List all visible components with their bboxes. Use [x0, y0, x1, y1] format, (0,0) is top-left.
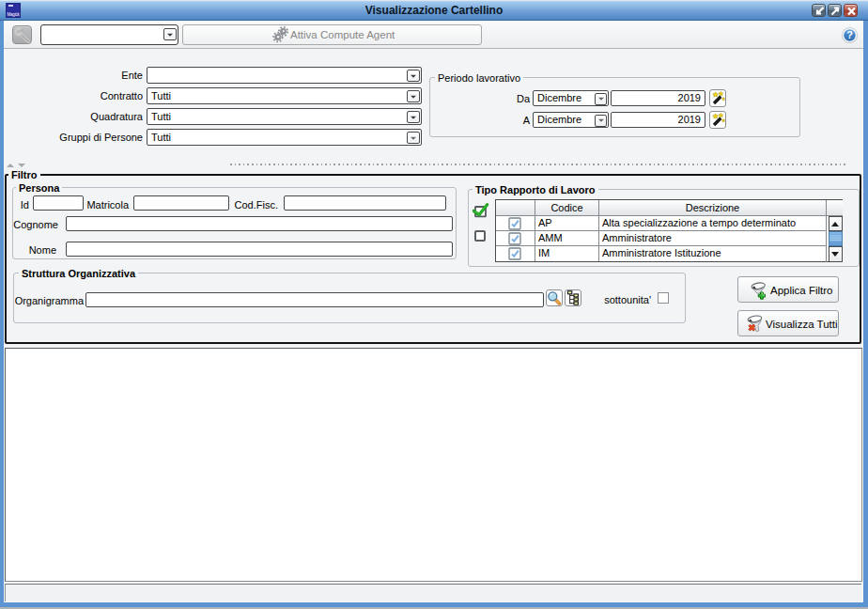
svg-text:?: ?: [846, 29, 853, 40]
